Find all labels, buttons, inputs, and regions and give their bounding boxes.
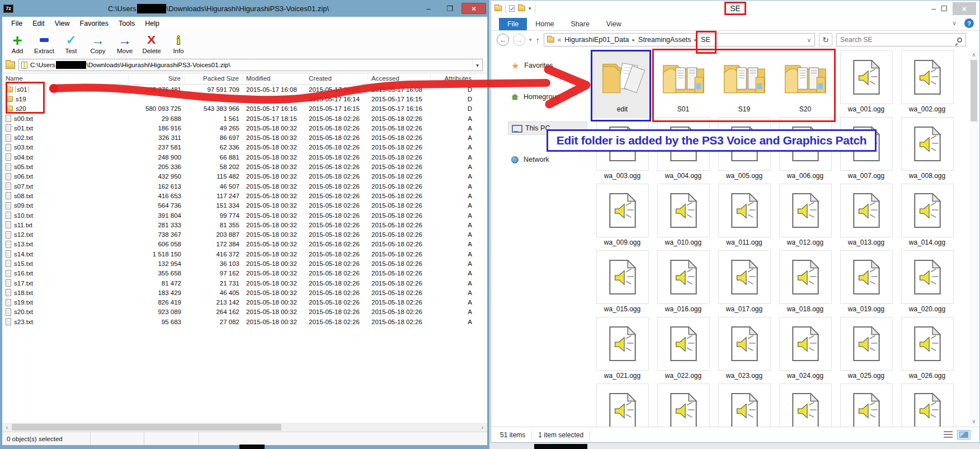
help-icon[interactable]: ? <box>964 18 974 28</box>
new-item-icon[interactable] <box>509 5 515 12</box>
address-bar[interactable]: « HigurashiEp01_Data▸StreamingAssets▸SE … <box>544 33 815 46</box>
move-button[interactable]: Move <box>112 31 138 56</box>
column-header-size[interactable]: Size <box>129 73 185 84</box>
grid-item-wa_008.ogg[interactable]: wa_008.ogg <box>897 117 958 184</box>
grid-item-wa_002.ogg[interactable]: wa_002.ogg <box>897 50 958 117</box>
grid-item-wa_009.ogg[interactable]: wa_009.ogg <box>592 184 653 250</box>
grid-item-wa_018.ogg[interactable]: wa_018.ogg <box>775 250 836 317</box>
recent-locations-icon[interactable]: ▾ <box>529 37 532 43</box>
back-button[interactable]: ← <box>497 34 509 46</box>
grid-item-wa_007.ogg[interactable]: wa_007.ogg <box>836 117 897 184</box>
minimize-ribbon-icon[interactable]: ∨ <box>952 20 957 27</box>
copy-button[interactable]: Copy <box>85 31 111 56</box>
table-row[interactable]: s13.txt 606 058 172 384 2015-05-18 00:32… <box>2 240 487 249</box>
test-button[interactable]: Test <box>58 31 84 56</box>
table-row[interactable]: s01 105 376 481 97 591 709 2015-05-17 16… <box>2 85 487 94</box>
grid-item-wa_012.ogg[interactable]: wa_012.ogg <box>775 184 836 250</box>
table-row[interactable]: s17.txt 81 472 21 731 2015-05-18 00:32 2… <box>2 278 487 288</box>
vertical-scrollbar[interactable]: ∧ ∨ <box>969 50 978 425</box>
add-button[interactable]: Add <box>4 31 30 56</box>
menu-tools[interactable]: Tools <box>114 18 139 29</box>
search-box[interactable] <box>836 33 966 46</box>
table-row[interactable]: s06.txt 432 950 115 482 2015-05-18 00:32… <box>2 172 487 181</box>
7zip-titlebar[interactable]: 7z C:\Users\Downloads\Higurashi\Higurash… <box>0 0 489 17</box>
folder-icon[interactable] <box>494 6 502 11</box>
grid-item-wa_004.ogg[interactable]: wa_004.ogg <box>653 117 714 184</box>
grid-item-wa_026.ogg[interactable]: wa_026.ogg <box>897 317 958 383</box>
table-row[interactable]: s05.txt 205 336 58 202 2015-05-18 00:32 … <box>2 162 487 171</box>
grid-item-edit[interactable]: edit <box>592 50 653 117</box>
grid-item-wa_021.ogg[interactable]: wa_021.ogg <box>592 317 653 383</box>
scrollbar-thumb[interactable] <box>970 60 977 121</box>
chevron-down-icon[interactable]: ▾ <box>529 6 531 11</box>
grid-item-wa_013.ogg[interactable]: wa_013.ogg <box>836 184 897 250</box>
breadcrumb-item-streamingassets[interactable]: StreamingAssets <box>636 35 693 45</box>
scroll-left-icon[interactable]: ‹ <box>2 423 12 432</box>
up-one-level-icon[interactable] <box>6 62 15 69</box>
horizontal-scrollbar[interactable]: ‹ › <box>2 423 487 432</box>
tab-file[interactable]: File <box>499 18 527 30</box>
breadcrumb-item-higurashiep01_data[interactable]: HigurashiEp01_Data <box>562 35 631 45</box>
grid-item[interactable] <box>836 383 897 427</box>
tab-home[interactable]: Home <box>527 18 562 30</box>
scroll-right-icon[interactable]: › <box>478 423 487 432</box>
column-header-accessed[interactable]: Accessed <box>368 73 431 84</box>
forward-button[interactable]: → <box>513 34 525 46</box>
minimize-button[interactable]: – <box>419 3 438 14</box>
sidebar-item-network[interactable]: Network <box>508 153 587 166</box>
grid-item-wa_001.ogg[interactable]: wa_001.ogg <box>836 50 897 117</box>
table-row[interactable]: s19 2015-05-17 16:14 2015-05-17 16:15 D <box>2 94 487 104</box>
grid-item-wa_023.ogg[interactable]: wa_023.ogg <box>714 317 775 383</box>
grid-item-wa_015.ogg[interactable]: wa_015.ogg <box>592 250 653 317</box>
scroll-down-icon[interactable]: ∨ <box>972 417 976 425</box>
sidebar-item-this-pc[interactable]: This PC <box>508 121 587 135</box>
grid-item-wa_006.ogg[interactable]: wa_006.ogg <box>775 117 836 184</box>
delete-button[interactable]: Delete <box>139 31 164 56</box>
sidebar-item-homegroup[interactable]: Homegroup <box>508 90 587 104</box>
grid-item[interactable] <box>775 383 836 427</box>
grid-item-wa_014.ogg[interactable]: wa_014.ogg <box>897 184 958 250</box>
table-row[interactable]: s11.txt 281 333 81 355 2015-05-18 00:32 … <box>2 220 487 230</box>
table-row[interactable]: s16.txt 355 658 97 162 2015-05-18 00:32 … <box>2 269 487 278</box>
table-row[interactable]: s09.txt 564 736 151 334 2015-05-18 00:32… <box>2 201 487 211</box>
grid-item-wa_010.ogg[interactable]: wa_010.ogg <box>653 184 714 250</box>
grid-item-wa_024.ogg[interactable]: wa_024.ogg <box>775 317 836 383</box>
table-row[interactable]: s04.txt 248 900 66 881 2015-05-18 00:32 … <box>2 152 487 162</box>
table-row[interactable]: s00.txt 29 688 1 561 2015-05-17 18:15 20… <box>2 114 487 123</box>
info-button[interactable]: Info <box>166 31 191 56</box>
table-row[interactable]: s23.txt 95 683 27 082 2015-05-18 00:32 2… <box>2 317 487 326</box>
column-header-created[interactable]: Created <box>305 73 368 84</box>
up-button[interactable]: ↑ <box>536 35 540 45</box>
maximize-button[interactable]: ❒ <box>440 3 459 14</box>
table-row[interactable]: s01.txt 186 916 49 265 2015-05-18 00:32 … <box>2 123 487 133</box>
extract-button[interactable]: Extract <box>31 31 57 56</box>
close-button[interactable]: × <box>461 3 486 14</box>
grid-item-wa_016.ogg[interactable]: wa_016.ogg <box>653 250 714 317</box>
tab-view[interactable]: View <box>598 18 630 30</box>
chevron-down-icon[interactable]: ∨ <box>804 37 814 43</box>
scrollbar-thumb[interactable] <box>12 424 281 431</box>
grid-item-wa_020.ogg[interactable]: wa_020.ogg <box>897 250 958 317</box>
grid-item-wa_017.ogg[interactable]: wa_017.ogg <box>714 250 775 317</box>
breadcrumb-item-se[interactable]: SE <box>698 35 713 45</box>
column-header-modified[interactable]: Modified <box>243 73 305 84</box>
grid-item-wa_019.ogg[interactable]: wa_019.ogg <box>836 250 897 317</box>
minimize-button[interactable]: – <box>931 4 936 13</box>
menu-edit[interactable]: Edit <box>28 18 49 29</box>
column-header-attributes[interactable]: Attributes <box>431 73 475 84</box>
maximize-button[interactable] <box>941 6 947 11</box>
scroll-up-icon[interactable]: ∧ <box>972 50 976 59</box>
grid-item[interactable] <box>714 383 775 427</box>
close-button[interactable]: × <box>953 2 976 15</box>
table-row[interactable]: s03.txt 237 581 62 336 2015-05-18 00:32 … <box>2 143 487 152</box>
table-row[interactable]: s14.txt 1 518 150 416 372 2015-05-18 00:… <box>2 249 487 259</box>
grid-item-wa_022.ogg[interactable]: wa_022.ogg <box>653 317 714 383</box>
column-header-packed-size[interactable]: Packed Size <box>185 73 243 84</box>
menu-file[interactable]: File <box>7 18 27 29</box>
search-icon[interactable] <box>957 38 962 43</box>
table-row[interactable]: s18.txt 183 429 46 405 2015-05-18 00:32 … <box>2 288 487 297</box>
7zip-address-combobox[interactable]: C:\Users\Downloads\Higurashi\HigurashiPS… <box>18 59 483 71</box>
table-row[interactable]: s20 580 093 725 543 383 966 2015-05-17 1… <box>2 104 487 114</box>
table-row[interactable]: s19.txt 826 419 213 142 2015-05-18 00:32… <box>2 298 487 307</box>
refresh-icon[interactable]: ↻ <box>819 33 832 46</box>
